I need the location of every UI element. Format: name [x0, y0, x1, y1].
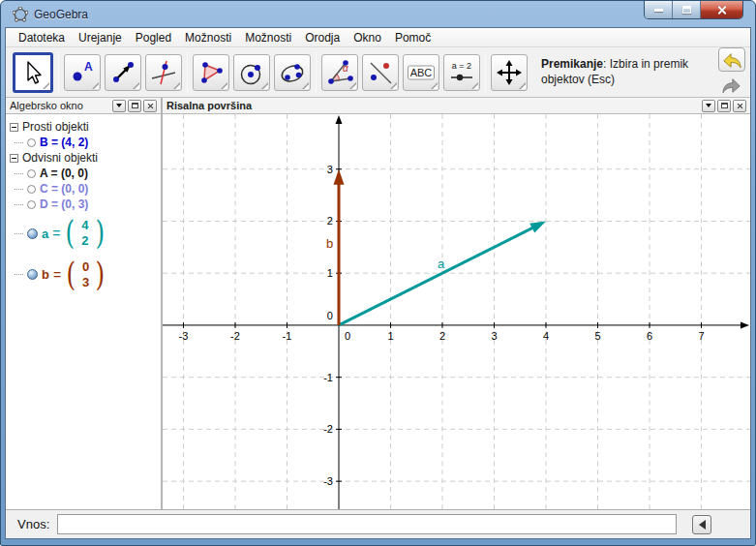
command-input[interactable] — [57, 514, 677, 534]
tree-connector — [15, 233, 23, 234]
tree-group-label: Odvisni objekti — [22, 151, 98, 165]
visibility-circle-icon[interactable] — [27, 169, 36, 178]
tree-group-row[interactable]: Odvisni objekti — [10, 150, 159, 166]
tree-connector — [15, 142, 23, 143]
algebra-close-button[interactable] — [143, 100, 157, 112]
tree-vector-row[interactable]: b=(03) — [10, 259, 159, 291]
tool-dropdown-icon[interactable] — [431, 82, 438, 89]
tree-vector-row[interactable]: a=(42) — [10, 218, 159, 250]
y-tick-label: -2 — [323, 423, 333, 435]
undo-button[interactable] — [718, 47, 745, 72]
input-label: Vnos: — [17, 517, 49, 531]
algebra-menu-button[interactable] — [112, 100, 126, 112]
geogebra-window: GeoGebra Datoteka Urejanje Pogled Možnos… — [0, 0, 756, 546]
tool-dropdown-icon[interactable] — [43, 82, 49, 89]
minimize-button[interactable] — [645, 1, 673, 18]
redo-button[interactable] — [718, 73, 745, 97]
tool-vector-button[interactable] — [105, 54, 141, 91]
svg-text:A: A — [84, 60, 93, 74]
tool-dropdown-icon[interactable] — [519, 82, 526, 89]
menu-urejanje[interactable]: Urejanje — [72, 29, 129, 46]
x-tick-label: 0 — [345, 330, 350, 342]
vector-b[interactable]: b — [326, 169, 345, 325]
toolbar-separator — [187, 52, 188, 93]
x-tick-label: 6 — [647, 330, 652, 342]
visibility-circle-icon[interactable] — [27, 138, 36, 147]
menu-datoteka[interactable]: Datoteka — [12, 29, 72, 46]
tree-object-row[interactable]: C = (0, 0) — [10, 181, 159, 197]
triangle-left-icon — [699, 520, 706, 530]
tool-dropdown-icon[interactable] — [390, 82, 397, 89]
vector-name: b — [42, 267, 49, 282]
tool-ellipse-button[interactable] — [274, 54, 311, 91]
tool-dropdown-icon[interactable] — [471, 82, 478, 89]
algebra-view-panel: Algebrsko okno Prosti objektiB = (4, 2)O… — [6, 98, 163, 509]
tool-dropdown-icon[interactable] — [349, 82, 356, 89]
y-axis-arrow-icon — [336, 115, 343, 124]
title-bar[interactable]: GeoGebra — [5, 1, 751, 27]
algebra-header-buttons — [112, 100, 157, 112]
menu-okno[interactable]: Okno — [347, 29, 388, 46]
tool-dropdown-icon[interactable] — [173, 82, 180, 89]
menu-moznosti-1[interactable]: Možnosti — [178, 29, 238, 46]
tree-connector — [15, 204, 23, 205]
y-tick-label: -3 — [323, 475, 333, 487]
vector-components: 42 — [80, 218, 89, 250]
tool-dropdown-icon[interactable] — [92, 82, 99, 89]
x-tick-label: -1 — [283, 330, 292, 342]
algebra-tree[interactable]: Prosti objektiB = (4, 2)Odvisni objektiA… — [6, 114, 161, 509]
main-area: Algebrsko okno Prosti objektiB = (4, 2)O… — [6, 98, 750, 509]
close-icon — [716, 5, 727, 15]
menu-moznosti-2[interactable]: Možnosti — [238, 29, 298, 46]
tree-collapse-icon[interactable] — [10, 154, 18, 163]
tool-dropdown-icon[interactable] — [261, 82, 268, 89]
object-text: C = (0, 0) — [40, 182, 88, 196]
tool-mirror-button[interactable] — [362, 54, 399, 91]
tree-object-row[interactable]: B = (4, 2) — [10, 135, 159, 150]
tree-connector — [15, 189, 23, 190]
tool-angle-button[interactable]: α — [321, 54, 358, 91]
tree-object-row[interactable]: A = (0, 0) — [10, 166, 159, 181]
visibility-circle-icon[interactable] — [27, 200, 36, 209]
tool-move-button[interactable] — [13, 52, 53, 93]
algebra-panel-header: Algebrsko okno — [6, 98, 161, 114]
tool-slider-button[interactable]: a = 2 — [443, 54, 480, 91]
tool-dropdown-icon[interactable] — [133, 82, 139, 89]
tool-line-button[interactable] — [145, 54, 182, 91]
maximize-button[interactable] — [673, 1, 701, 18]
geogebra-logo-icon — [13, 7, 28, 22]
object-text: D = (0, 3) — [40, 197, 88, 211]
tool-text-button[interactable]: ABC — [403, 54, 439, 91]
algebra-restore-button[interactable] — [128, 100, 141, 112]
visibility-circle-icon[interactable] — [27, 185, 36, 194]
graphics-canvas[interactable]: -3-2-101234567-3-2-10123ab — [163, 114, 750, 509]
tree-collapse-icon[interactable] — [10, 123, 18, 132]
tool-dropdown-icon[interactable] — [302, 82, 309, 89]
tree-object-row[interactable]: D = (0, 3) — [10, 197, 159, 212]
tool-polygon-button[interactable] — [193, 54, 229, 91]
tool-point-button[interactable]: A — [64, 54, 101, 91]
tree-group-row[interactable]: Prosti objekti — [10, 119, 159, 135]
menu-orodja[interactable]: Orodja — [298, 29, 347, 46]
menu-pogled[interactable]: Pogled — [129, 29, 178, 46]
menu-pomoc[interactable]: Pomoč — [388, 29, 438, 46]
svg-text:α: α — [343, 63, 348, 74]
graphics-restore-button[interactable] — [717, 100, 731, 112]
tool-dropdown-icon[interactable] — [221, 82, 227, 89]
tool-circle-button[interactable] — [233, 54, 270, 91]
visibility-marble-icon[interactable] — [27, 269, 38, 280]
graphics-close-button[interactable] — [733, 100, 746, 112]
visibility-marble-icon[interactable] — [27, 228, 38, 239]
status-tool-name: Premikanje — [541, 57, 603, 71]
x-tick-label: 7 — [698, 330, 704, 342]
close-paren: ) — [95, 219, 105, 248]
close-button[interactable] — [701, 1, 742, 18]
toolbar-status-text: Premikanje: Izbira in premik objektov (E… — [541, 57, 713, 87]
graphics-menu-button[interactable] — [702, 100, 715, 112]
vector-label-b: b — [326, 236, 333, 251]
tool-move-view-button[interactable] — [491, 54, 528, 91]
input-help-button[interactable] — [692, 515, 711, 534]
x-tick-label: 4 — [543, 330, 549, 342]
x-tick-label: 3 — [491, 330, 497, 342]
x-axis-arrow-icon — [741, 321, 749, 328]
